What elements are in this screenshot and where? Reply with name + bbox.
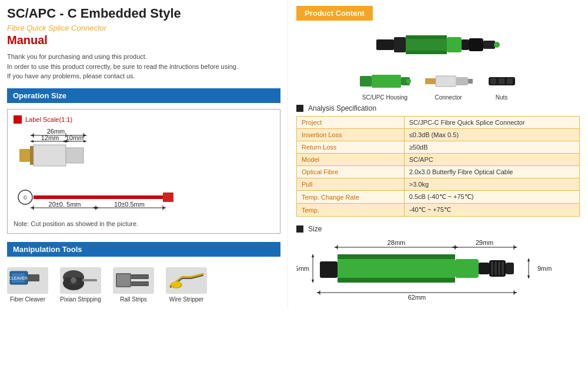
svg-marker-30 xyxy=(92,207,96,209)
svg-rect-62 xyxy=(372,75,401,88)
svg-rect-66 xyxy=(436,76,456,87)
svg-marker-97 xyxy=(312,254,314,257)
svg-rect-78 xyxy=(479,263,489,274)
svg-text:3.5mm: 3.5mm xyxy=(296,265,309,272)
spec-project: Optical Fibre xyxy=(297,166,405,178)
svg-text:10±0.5mm: 10±0.5mm xyxy=(114,201,145,208)
svg-rect-67 xyxy=(456,77,468,85)
svg-text:CLEAVER: CLEAVER xyxy=(9,276,28,280)
housing-svg xyxy=(359,70,412,92)
part-nuts: Nuts xyxy=(486,70,518,101)
svg-marker-12 xyxy=(30,140,34,142)
svg-rect-44 xyxy=(117,274,130,286)
operation-size-header: Operation Size xyxy=(7,88,280,103)
size-title-row: Size xyxy=(296,225,580,233)
note-text: Note: Cut position as showed in the pict… xyxy=(14,220,274,227)
svg-rect-75 xyxy=(338,254,455,259)
black-square-icon-2 xyxy=(296,225,303,233)
product-content-header: Product Content xyxy=(296,6,580,26)
svg-text:10mm: 10mm xyxy=(66,134,84,141)
svg-rect-73 xyxy=(320,261,338,278)
svg-rect-42 xyxy=(82,279,97,281)
rall-strips-label: Rall Strips xyxy=(120,296,147,303)
svg-marker-106 xyxy=(514,291,517,294)
table-row: Model SC/APC xyxy=(297,154,580,166)
red-square-icon xyxy=(14,115,22,124)
svg-rect-70 xyxy=(490,78,496,84)
svg-marker-5 xyxy=(30,134,34,137)
svg-rect-80 xyxy=(491,261,493,276)
spec-project: Temp. Change Rate xyxy=(297,191,405,204)
bottom-measurement-diagram: © 20±0. 5mm 10±0.5mm xyxy=(14,178,266,217)
svg-marker-105 xyxy=(316,291,320,294)
manipulation-tools-section: Manipulation Tools CLEAVER Fiber Cleaver xyxy=(7,242,280,303)
tool-pixian-stripping: Pixian Stripping xyxy=(60,267,101,303)
spec-value: SC/APC xyxy=(404,154,579,166)
svg-marker-31 xyxy=(163,207,166,209)
tool-fiber-cleaver: CLEAVER Fiber Cleaver xyxy=(7,267,48,303)
svg-point-50 xyxy=(172,281,181,287)
svg-rect-57 xyxy=(462,39,469,50)
table-row: Return Loss ≥50dB xyxy=(297,141,580,154)
fiber-cleaver-icon: CLEAVER xyxy=(7,267,48,294)
analysis-title: Analysis Specification xyxy=(308,104,376,112)
parts-row: SC/UPC Housing Connector xyxy=(296,70,580,101)
fiber-cleaver-label: Fiber Cleaver xyxy=(10,296,45,303)
spec-value: -40℃ ~ +75℃ xyxy=(404,204,579,217)
subtitle-italic: Fibre Quick Splice Connector xyxy=(7,24,280,32)
part-housing: SC/UPC Housing xyxy=(359,70,412,101)
svg-rect-65 xyxy=(425,78,436,84)
svg-marker-93 xyxy=(514,246,517,248)
intro-text: Thank you for purchasing and using this … xyxy=(7,52,280,81)
table-row: Pull >3.0kg xyxy=(297,178,580,191)
svg-marker-6 xyxy=(83,134,87,137)
spec-value: 2.0x3.0 Butterfly Fibre Optical Cable xyxy=(404,166,579,178)
subtitle-bold: Manual xyxy=(7,34,280,47)
pixian-stripping-icon xyxy=(60,267,101,294)
svg-rect-55 xyxy=(406,51,447,54)
svg-marker-17 xyxy=(83,140,87,142)
wire-stripper-label: Wire Stripper xyxy=(169,296,203,303)
svg-rect-0 xyxy=(19,149,30,162)
svg-rect-77 xyxy=(455,259,479,278)
svg-rect-74 xyxy=(338,257,455,280)
manipulation-tools-header: Manipulation Tools xyxy=(7,242,280,257)
spec-project: Project xyxy=(297,117,405,129)
spec-value: SC/JPC-C Fibre Quick Splice Connector xyxy=(404,117,579,129)
top-measurement-diagram: 26mm 12mm 10mm xyxy=(14,128,266,178)
svg-marker-86 xyxy=(334,246,338,248)
spec-value: 0.5cB (-40℃ ~ +75℃) xyxy=(404,191,579,204)
svg-text:©: © xyxy=(24,195,28,201)
svg-text:29mm: 29mm xyxy=(476,239,494,246)
size-title: Size xyxy=(308,225,322,233)
svg-marker-102 xyxy=(527,276,530,279)
svg-marker-92 xyxy=(452,246,455,248)
svg-marker-24 xyxy=(30,207,34,209)
svg-rect-84 xyxy=(506,263,514,274)
spec-project: Temp. xyxy=(297,204,405,217)
svg-marker-98 xyxy=(312,280,314,283)
assembled-connector-area xyxy=(296,26,580,62)
svg-marker-101 xyxy=(527,258,530,261)
svg-rect-52 xyxy=(394,37,406,52)
spec-project: Return Loss xyxy=(297,141,405,154)
black-square-icon xyxy=(296,105,303,112)
svg-text:28mm: 28mm xyxy=(387,239,406,246)
svg-rect-54 xyxy=(406,35,447,39)
table-row: Insertion Loss ≤0.3dB (Max 0.5) xyxy=(297,129,580,141)
svg-rect-53 xyxy=(406,38,447,51)
svg-rect-68 xyxy=(468,79,473,84)
pixian-stripping-label: Pixian Stripping xyxy=(60,296,101,303)
housing-label: SC/UPC Housing xyxy=(362,94,407,101)
connector-svg xyxy=(422,70,475,92)
svg-rect-2 xyxy=(34,145,66,166)
tools-row: CLEAVER Fiber Cleaver xyxy=(7,267,280,303)
svg-text:62mm: 62mm xyxy=(408,294,426,301)
svg-rect-21 xyxy=(34,195,163,199)
label-scale-text: Label Scale(1:1) xyxy=(25,116,72,123)
svg-rect-76 xyxy=(338,278,455,283)
spec-table: Project SC/JPC-C Fibre Quick Splice Conn… xyxy=(296,116,580,217)
part-connector: Connector xyxy=(422,70,475,101)
size-diagram-svg: 28mm 29mm 3.5mm 9mm xyxy=(296,237,567,301)
svg-rect-61 xyxy=(360,76,372,87)
